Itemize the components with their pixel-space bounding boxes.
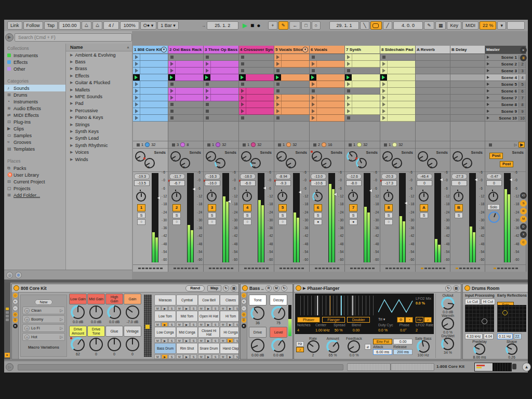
- devices-toggle[interactable]: ●: [242, 324, 246, 328]
- drum-pad[interactable]: Mid Tom M ▶ S: [176, 311, 197, 327]
- peak-level-field[interactable]: -12.6: [346, 174, 362, 179]
- param-value[interactable]: 65 %: [322, 353, 343, 357]
- follow-button[interactable]: Follow: [23, 21, 43, 30]
- release-field[interactable]: 200 ms: [393, 349, 413, 355]
- clip[interactable]: [310, 95, 344, 101]
- spin-rate-value[interactable]: 0.11 Hz: [497, 334, 513, 339]
- macro-value[interactable]: 0: [124, 352, 141, 356]
- clip-stop-slot[interactable]: [310, 88, 344, 95]
- pad-play-button[interactable]: ▶: [205, 354, 212, 359]
- clip[interactable]: [133, 108, 168, 115]
- clip-stop-slot[interactable]: [168, 101, 203, 108]
- chain-toggle[interactable]: ☰: [242, 318, 246, 323]
- pad-mute-button[interactable]: M: [220, 306, 227, 311]
- lfo2-hz-toggle[interactable]: Hz: [416, 317, 423, 323]
- status-play-icon[interactable]: ▷: [6, 363, 14, 371]
- track-header[interactable]: 4 Crossover Syn: [239, 46, 274, 54]
- info-icon[interactable]: ⚙: [15, 272, 22, 278]
- back-to-arrangement-icon[interactable]: ▷: [514, 143, 517, 147]
- launch-variation-icon[interactable]: ▷: [60, 317, 63, 322]
- chain-toggle[interactable]: ☰: [13, 318, 18, 323]
- clip-stop-slot[interactable]: [239, 54, 274, 61]
- pad-mute-button[interactable]: M: [220, 354, 227, 359]
- clip[interactable]: [310, 108, 344, 115]
- xy-x-value[interactable]: 4.33 kHz: [465, 334, 483, 339]
- mode-phaser[interactable]: Phaser: [297, 317, 320, 323]
- launch-variation-icon[interactable]: ▷: [60, 335, 63, 339]
- clip[interactable]: [133, 61, 168, 68]
- volume-fader-handle[interactable]: [440, 178, 443, 181]
- peak-level-field[interactable]: -18.0: [240, 174, 256, 179]
- device-activator-icon[interactable]: ▸: [5, 353, 10, 357]
- expand-arrow-icon[interactable]: ▶: [70, 53, 73, 57]
- track-stop-button[interactable]: [384, 143, 387, 147]
- volume-field[interactable]: -10.6: [311, 180, 326, 186]
- device-title[interactable]: Phaser-Flanger: [307, 286, 339, 291]
- clip-stop-slot[interactable]: [204, 101, 238, 108]
- track-menu-icon[interactable]: ▾: [302, 47, 308, 52]
- clip[interactable]: [168, 68, 203, 74]
- solo-button[interactable]: S: [278, 212, 287, 218]
- solo-button[interactable]: S: [172, 212, 181, 218]
- sidebar-item-audio-effects[interactable]: ≋Audio Effects: [4, 105, 65, 112]
- param-value[interactable]: 34 %: [436, 351, 460, 354]
- macro-knob[interactable]: [126, 338, 139, 351]
- mixer-section-toggle-x[interactable]: X: [520, 231, 527, 238]
- camera-icon[interactable]: ◎: [24, 335, 30, 340]
- drum-pad[interactable]: Open Hi Hat M ▶ S: [198, 311, 219, 327]
- param-value[interactable]: 0.00: [353, 328, 366, 332]
- predelay-value[interactable]: 8.00 ms: [465, 355, 494, 359]
- browser-folder[interactable]: ▶MPE Sounds: [66, 93, 132, 100]
- volume-fader-handle[interactable]: [405, 202, 407, 205]
- pad-solo-button[interactable]: S: [168, 322, 175, 327]
- invert-button[interactable]: ⌀: [365, 344, 371, 350]
- clip-stop-slot[interactable]: [168, 115, 203, 122]
- volume-fader-handle[interactable]: [369, 189, 372, 192]
- volume-fader-handle[interactable]: [193, 188, 195, 191]
- launch-variation-icon[interactable]: ▷: [60, 326, 63, 330]
- pad-mute-button[interactable]: M: [176, 322, 183, 327]
- rand-button[interactable]: Rand: [185, 285, 205, 291]
- pad-solo-button[interactable]: S: [234, 338, 239, 343]
- arm-button[interactable]: ○: [208, 219, 216, 225]
- browser-folder[interactable]: ▶Strings: [66, 121, 132, 128]
- device-on-icon[interactable]: [14, 285, 19, 291]
- track-activator-button[interactable]: 2: [172, 204, 181, 211]
- volume-fader-handle[interactable]: [228, 200, 231, 203]
- punch-in-button[interactable]: ╲: [360, 21, 369, 30]
- clip[interactable]: [345, 54, 380, 61]
- clip[interactable]: [380, 61, 415, 68]
- arrangement-position-field[interactable]: 25. 1. 2: [207, 21, 238, 30]
- solo-button[interactable]: S: [208, 212, 216, 218]
- expand-arrow-icon[interactable]: ▶: [70, 143, 73, 148]
- pad-mute-button[interactable]: M: [220, 322, 227, 327]
- solo-button[interactable]: S: [137, 212, 145, 218]
- track-activator-button[interactable]: 4: [243, 204, 251, 211]
- pad-play-button[interactable]: ▶: [183, 338, 190, 343]
- track-stop-button[interactable]: [243, 143, 246, 147]
- track-stop-button[interactable]: [207, 143, 210, 147]
- track-activator-button[interactable]: 3: [208, 204, 216, 211]
- notches-display[interactable]: [297, 296, 374, 315]
- macro-variation-row[interactable]: ◎Boomy▷: [22, 315, 65, 323]
- param-value[interactable]: 1.00 kHz: [315, 328, 330, 332]
- solo-button[interactable]: S: [420, 212, 428, 218]
- clip-stop-slot[interactable]: [274, 115, 309, 122]
- sidebar-item-midi-effects[interactable]: ⇄MIDI Effects: [4, 112, 65, 118]
- expand-arrow-icon[interactable]: ▶: [70, 109, 73, 113]
- draw-mode-button[interactable]: ✎: [278, 21, 289, 30]
- clip[interactable]: [345, 95, 380, 101]
- clip[interactable]: [239, 108, 274, 115]
- macro-value[interactable]: 0.0 dB: [270, 353, 287, 357]
- pad-solo-button[interactable]: S: [234, 322, 239, 327]
- peak-level-field[interactable]: -20.3: [381, 174, 397, 179]
- output-knob[interactable]: [442, 297, 454, 310]
- expand-arrow-icon[interactable]: ▶: [70, 101, 73, 105]
- param-value[interactable]: 50 %: [335, 328, 348, 332]
- macro-variations-toggle[interactable]: ◇: [13, 293, 18, 298]
- crossfade-assign[interactable]: [239, 264, 274, 272]
- track-activator-button[interactable]: 7: [349, 204, 357, 211]
- pan-knob[interactable]: [383, 192, 393, 202]
- pad-solo-button[interactable]: S: [190, 338, 197, 343]
- track-header[interactable]: 1 808 Core Kit▾: [133, 46, 168, 54]
